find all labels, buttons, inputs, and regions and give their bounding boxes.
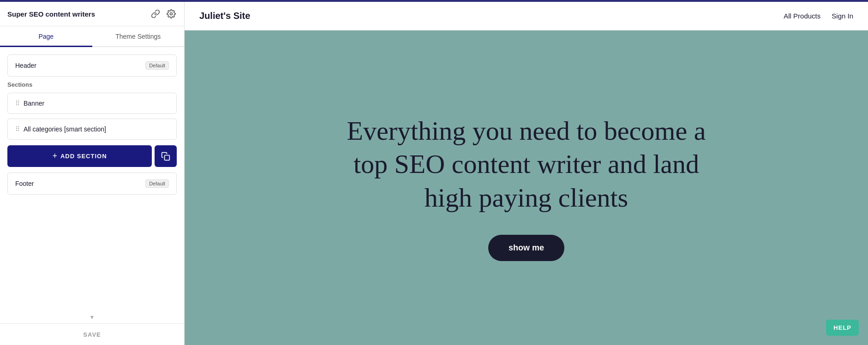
header-section-item[interactable]: Header Default	[7, 54, 177, 77]
banner-label: Banner	[24, 100, 44, 107]
footer-badge: Default	[145, 179, 169, 188]
plus-icon: +	[52, 151, 58, 161]
nav-link-all-products[interactable]: All Products	[784, 12, 820, 20]
sidebar-header: Super SEO content writers	[0, 2, 184, 26]
link-icon-button[interactable]	[150, 8, 161, 19]
header-badge: Default	[145, 61, 169, 70]
drag-handle-icon: ⠿	[15, 100, 20, 107]
header-label: Header	[15, 62, 36, 69]
help-button[interactable]: HELP	[826, 320, 859, 336]
banner-cta-button[interactable]: show me	[488, 235, 564, 261]
gear-icon	[167, 9, 176, 18]
preview-pane: Juliet's Site All Products Sign In Every…	[185, 2, 868, 345]
sidebar-header-icons	[150, 8, 177, 19]
preview-banner: Everything you need to become a top SEO …	[185, 30, 868, 345]
footer-label: Footer	[15, 180, 34, 187]
tab-page[interactable]: Page	[0, 26, 92, 47]
add-section-button[interactable]: + ADD SECTION	[7, 145, 152, 167]
footer-section-item[interactable]: Footer Default	[7, 172, 177, 195]
nav-link-sign-in[interactable]: Sign In	[832, 12, 853, 20]
sidebar-title: Super SEO content writers	[7, 10, 95, 18]
banner-heading: Everything you need to become a top SEO …	[328, 114, 725, 215]
sidebar-tabs: Page Theme Settings	[0, 26, 184, 47]
drag-handle-icon-2: ⠿	[15, 125, 20, 133]
scroll-down-indicator: ▼	[0, 311, 184, 323]
add-section-label: ADD SECTION	[60, 153, 107, 160]
sidebar: Super SEO content writers Page	[0, 2, 185, 345]
sections-label: Sections	[7, 81, 177, 88]
svg-rect-1	[165, 155, 170, 160]
svg-point-0	[170, 13, 173, 15]
sidebar-footer: SAVE	[0, 323, 184, 345]
tab-theme-settings[interactable]: Theme Settings	[92, 26, 185, 47]
settings-icon-button[interactable]	[166, 8, 177, 19]
sidebar-content: Header Default Sections ⠿ Banner ⠿ All c…	[0, 47, 184, 311]
banner-section-item[interactable]: ⠿ Banner	[7, 93, 177, 114]
all-categories-label: All categories [smart section]	[24, 125, 106, 133]
copy-section-button[interactable]	[155, 145, 177, 167]
link-icon	[151, 9, 160, 18]
preview-nav: Juliet's Site All Products Sign In	[185, 2, 868, 30]
nav-links: All Products Sign In	[784, 12, 853, 20]
save-button[interactable]: SAVE	[83, 331, 101, 338]
copy-icon	[161, 152, 170, 161]
all-categories-section-item[interactable]: ⠿ All categories [smart section]	[7, 119, 177, 140]
add-section-row: + ADD SECTION	[7, 145, 177, 167]
site-logo: Juliet's Site	[199, 11, 250, 21]
